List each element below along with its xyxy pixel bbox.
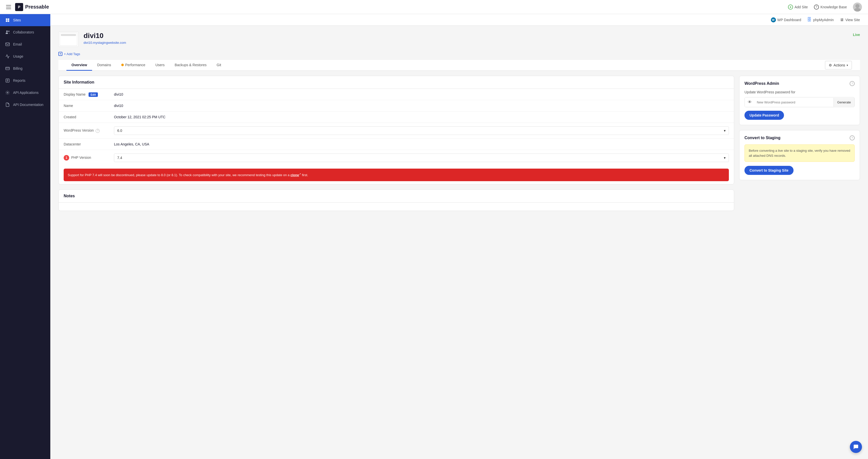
php-warning-banner: Support for PHP 7.4 will soon be discont… <box>64 169 729 181</box>
topbar: P Pressable + Add Site ? Knowledge Base <box>0 0 868 14</box>
logo-icon: P <box>15 3 23 11</box>
staging-card-header: Convert to Staging ? <box>744 135 855 141</box>
update-password-button[interactable]: Update Password <box>744 111 784 120</box>
edit-display-name-button[interactable]: Edit <box>89 92 98 97</box>
display-name-label: Display Name Edit <box>59 89 109 100</box>
site-information-card: Site Information Display Name Edit divi1… <box>58 76 734 184</box>
add-site-button[interactable]: + Add Site <box>788 4 808 9</box>
site-title-area: divi10 divi10.mystagingwebsite.com <box>84 32 848 44</box>
datacenter-value: Los Angeles, CA, USA <box>109 139 734 150</box>
tab-users[interactable]: Users <box>151 60 170 71</box>
site-title: divi10 <box>84 32 848 40</box>
phpmyadmin-button[interactable]: 🗄 phpMyAdmin <box>807 17 834 22</box>
tab-backups-restores[interactable]: Backups & Restores <box>169 60 212 71</box>
main: W WP Dashboard 🗄 phpMyAdmin 🖥 View Site … <box>50 14 868 459</box>
wp-version-help-icon[interactable]: ? <box>96 129 100 133</box>
view-site-button[interactable]: 🖥 View Site <box>840 18 860 22</box>
wp-dashboard-button[interactable]: W WP Dashboard <box>771 18 801 22</box>
notes-content <box>59 203 734 211</box>
external-link-icon: 🖥 <box>840 18 844 22</box>
wp-admin-card: WordPress Admin ? Update WordPress passw… <box>739 76 860 125</box>
add-tags-icon: + <box>58 52 62 56</box>
site-thumbnail <box>58 32 79 47</box>
tab-performance[interactable]: Performance <box>116 60 151 71</box>
reports-icon <box>5 78 10 83</box>
sidebar-item-collaborators[interactable]: Collaborators <box>0 26 50 38</box>
sidebar-item-email[interactable]: Email <box>0 38 50 50</box>
tab-git[interactable]: Git <box>212 60 226 71</box>
left-column: Site Information Display Name Edit divi1… <box>58 76 734 211</box>
layout: Sites Collaborators Email Usage Billing <box>0 14 868 459</box>
svg-point-12 <box>7 92 8 93</box>
created-value: October 12, 2021 02:25 PM UTC <box>109 112 734 123</box>
email-icon <box>5 42 10 47</box>
api-applications-icon <box>5 90 10 95</box>
svg-rect-4 <box>6 20 7 22</box>
toggle-password-button[interactable]: 👁 <box>745 97 755 107</box>
svg-point-7 <box>8 31 9 32</box>
wp-admin-help-icon[interactable]: ? <box>849 81 855 86</box>
name-value: divi10 <box>109 100 734 112</box>
live-badge: Live <box>853 33 860 37</box>
tabs-bar: Overview Domains Performance Users Backu… <box>58 60 860 71</box>
notification-dot: 1 <box>64 155 69 160</box>
convert-to-staging-button[interactable]: Convert to Staging Site <box>744 166 794 175</box>
svg-rect-5 <box>8 20 9 22</box>
wp-admin-card-header: WordPress Admin ? <box>744 81 855 86</box>
wp-icon: W <box>771 18 776 22</box>
content-grid: Site Information Display Name Edit divi1… <box>58 71 860 216</box>
tab-overview[interactable]: Overview <box>66 60 92 71</box>
password-input[interactable] <box>755 98 834 107</box>
php-version-select[interactable]: 7.4 ▾ <box>109 150 734 166</box>
wp-version-label: WordPress Version ? <box>59 123 109 139</box>
sidebar-item-billing[interactable]: Billing <box>0 62 50 74</box>
display-name-value: divi10 <box>109 89 734 100</box>
billing-icon <box>5 66 10 71</box>
password-input-row: 👁 Generate <box>744 97 855 107</box>
api-documentation-icon <box>5 102 10 107</box>
svg-rect-8 <box>6 43 9 46</box>
sidebar-item-usage[interactable]: Usage <box>0 50 50 62</box>
table-row-datacenter: Datacenter Los Angeles, CA, USA <box>59 139 734 150</box>
svg-rect-3 <box>8 19 9 20</box>
wp-admin-title: WordPress Admin <box>744 81 779 86</box>
chat-button[interactable] <box>850 441 862 453</box>
avatar[interactable] <box>853 2 862 11</box>
generate-password-button[interactable]: Generate <box>834 98 855 107</box>
knowledge-base-button[interactable]: ? Knowledge Base <box>814 4 847 9</box>
sidebar-item-api-applications[interactable]: API Applications <box>0 87 50 99</box>
secondary-header: W WP Dashboard 🗄 phpMyAdmin 🖥 View Site <box>50 14 868 26</box>
clone-link[interactable]: clone <box>290 173 299 177</box>
sidebar-item-sites[interactable]: Sites <box>0 14 50 26</box>
svg-point-0 <box>856 4 860 8</box>
datacenter-label: Datacenter <box>59 139 109 150</box>
table-row-name: Name divi10 <box>59 100 734 112</box>
table-row-php-version: 1 PHP Version 7.4 ▾ <box>59 150 734 166</box>
performance-dot <box>121 64 124 66</box>
add-tags-button[interactable]: + + Add Tags <box>58 52 860 56</box>
hamburger-button[interactable] <box>6 5 11 9</box>
info-table: Display Name Edit divi10 Name divi10 Cre… <box>59 89 734 165</box>
sidebar: Sites Collaborators Email Usage Billing <box>0 14 50 459</box>
password-section-label: Update WordPress password for <box>744 90 855 94</box>
staging-title: Convert to Staging <box>744 135 780 140</box>
usage-icon <box>5 54 10 59</box>
svg-point-6 <box>6 30 8 32</box>
actions-button[interactable]: ⚙ Actions ▾ <box>825 61 852 69</box>
site-url[interactable]: divi10.mystagingwebsite.com <box>84 41 848 44</box>
site-thumbnail-inner <box>60 33 77 46</box>
name-label: Name <box>59 100 109 112</box>
right-column: WordPress Admin ? Update WordPress passw… <box>739 76 860 211</box>
svg-rect-2 <box>6 19 7 20</box>
sidebar-item-reports[interactable]: Reports <box>0 74 50 87</box>
sidebar-item-api-documentation[interactable]: API Documentation <box>0 99 50 111</box>
wp-version-select[interactable]: 6.0 ▾ <box>109 123 734 139</box>
logo: P Pressable <box>15 3 49 11</box>
wp-version-dropdown[interactable]: 6.0 ▾ <box>114 126 729 135</box>
sites-icon <box>5 18 10 23</box>
tab-domains[interactable]: Domains <box>92 60 116 71</box>
site-info-title: Site Information <box>59 76 734 89</box>
php-version-dropdown[interactable]: 7.4 ▾ <box>114 153 729 162</box>
staging-help-icon[interactable]: ? <box>849 135 855 141</box>
add-icon: + <box>788 4 793 9</box>
